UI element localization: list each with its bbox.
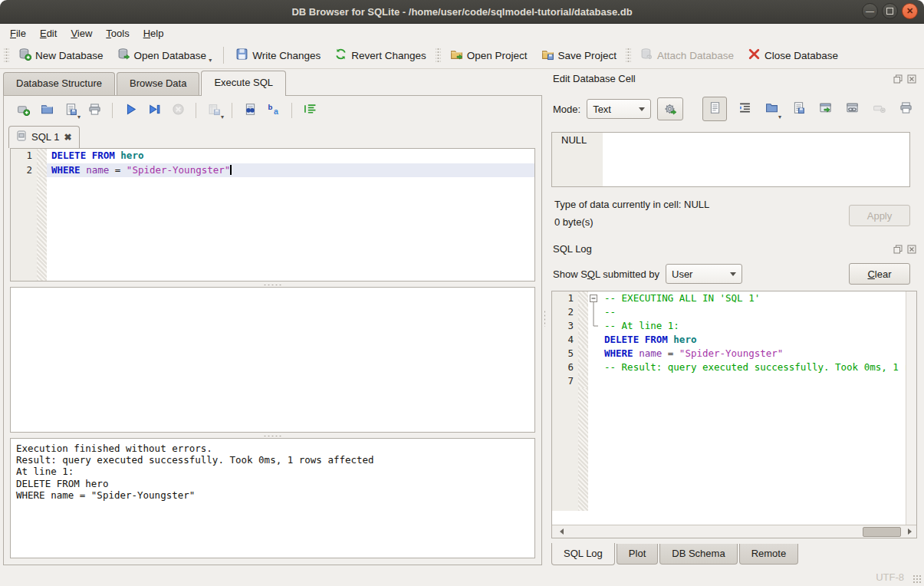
sql-file-tab[interactable]: SQL 1 ✖ — [8, 126, 80, 148]
menu-view[interactable]: View — [64, 25, 99, 41]
line-number: 4 — [552, 333, 578, 347]
scroll-right-icon[interactable] — [904, 525, 916, 537]
new-database-button[interactable]: New Database — [12, 44, 110, 66]
cell-print-icon — [899, 101, 912, 117]
fold-marker[interactable] — [588, 291, 600, 305]
splitter-handle[interactable] — [4, 281, 541, 287]
tab-database-structure[interactable]: Database Structure — [3, 72, 115, 95]
sql-log-dock-header: SQL Log — [553, 243, 916, 255]
tab-sql-log[interactable]: SQL Log — [551, 543, 615, 565]
sql-editor[interactable]: 1DELETE FROM hero2WHERE name = "Spider-Y… — [10, 148, 535, 281]
open-new-sql-tab-button[interactable] — [13, 100, 33, 120]
open-sql-file-button[interactable] — [37, 100, 57, 120]
save-results-icon — [208, 103, 221, 118]
scroll-left-icon[interactable] — [553, 525, 567, 537]
float-dock-icon[interactable] — [893, 74, 903, 84]
chevron-down-icon: ▾ — [77, 114, 81, 120]
execute-all-button[interactable] — [120, 100, 140, 120]
close-dock-icon[interactable] — [906, 244, 916, 254]
tab-browse-data[interactable]: Browse Data — [117, 72, 199, 95]
tab-execute-sql[interactable]: Execute SQL — [201, 71, 286, 96]
code-text: WHERE name = "Spider-Youngster" — [600, 347, 906, 360]
open-database-button[interactable]: Open Database▾ — [110, 44, 219, 66]
stop-execution-button[interactable] — [168, 100, 188, 120]
find-replace-button[interactable]: ba — [264, 100, 284, 120]
write-changes-button[interactable]: Write Changes — [229, 44, 327, 66]
close-button[interactable]: ✕ — [902, 3, 918, 19]
open-external-button[interactable] — [816, 100, 834, 118]
toolbar-drag-handle[interactable] — [626, 47, 631, 64]
attach-database-button[interactable]: Attach Database — [633, 44, 741, 66]
submitted-by-value: User — [672, 268, 692, 280]
execute-current-line-button[interactable] — [144, 100, 164, 120]
cell-doc-icon — [709, 101, 722, 117]
tab-plot[interactable]: Plot — [617, 544, 658, 565]
code-text: -- At line 1: — [600, 319, 906, 333]
tab-remote[interactable]: Remote — [739, 544, 799, 565]
cell-edit-area[interactable] — [603, 133, 909, 186]
save-sql-file-button[interactable]: ▾ — [61, 100, 81, 120]
cell-editor[interactable]: NULL — [551, 132, 910, 187]
clear-button[interactable]: Clear — [849, 263, 910, 285]
find-button[interactable] — [240, 100, 260, 120]
menu-tools[interactable]: Tools — [99, 25, 136, 41]
sql-file-icon — [17, 130, 27, 143]
tab-new-icon — [17, 103, 30, 118]
filter-label: Show SQL submitted by — [553, 268, 659, 280]
toolbar-separator — [112, 103, 113, 118]
import-data-button[interactable]: ▾ — [762, 100, 781, 118]
sql-log-view[interactable]: 1-- EXECUTING ALL IN 'SQL 1'2--3-- At li… — [551, 291, 917, 538]
toolbar-drag-handle[interactable] — [4, 47, 9, 64]
menu-file[interactable]: File — [3, 25, 33, 41]
file-save-icon — [64, 103, 77, 118]
editor-blank-area — [11, 177, 534, 281]
open-project-button[interactable]: Open Project — [443, 44, 534, 66]
set-null-button[interactable] — [870, 100, 888, 118]
chevron-down-icon: ▾ — [221, 114, 224, 120]
text-mode-button[interactable] — [702, 97, 727, 121]
write-changes-button-label: Write Changes — [252, 50, 321, 61]
scrollbar-thumb[interactable] — [863, 527, 901, 537]
apply-button[interactable]: Apply — [849, 205, 910, 226]
horizontal-scrollbar[interactable] — [552, 525, 916, 538]
copy-link-button[interactable] — [843, 100, 861, 118]
save-project-button[interactable]: Save Project — [534, 44, 624, 66]
maximize-button[interactable] — [882, 3, 898, 19]
print-sql-button[interactable] — [84, 100, 104, 120]
line-number: 2 — [552, 305, 578, 319]
code-line: 2WHERE name = "Spider-Youngster" — [11, 163, 534, 178]
toolbar-drag-handle[interactable] — [436, 47, 441, 64]
cell-value-gutter: NULL — [552, 133, 603, 186]
close-dock-icon[interactable] — [906, 74, 916, 84]
cell-null-icon — [873, 101, 886, 117]
mode-select[interactable]: Text — [587, 99, 651, 119]
editor-empty[interactable] — [47, 177, 534, 281]
print-cell-button[interactable] — [896, 100, 915, 118]
edit-cell-dock-header: Edit Database Cell — [553, 73, 916, 84]
minimize-button[interactable]: — — [862, 3, 878, 19]
project-open-icon — [450, 48, 463, 63]
sql-log-text[interactable]: 1-- EXECUTING ALL IN 'SQL 1'2--3-- At li… — [552, 291, 906, 525]
import-settings-button[interactable] — [657, 97, 683, 120]
menu-help[interactable]: Help — [136, 25, 171, 41]
close-tab-icon[interactable]: ✖ — [64, 132, 71, 143]
close-database-button[interactable]: Close Database — [741, 44, 845, 66]
revert-changes-button[interactable]: Revert Changes — [327, 44, 433, 66]
cell-toolbar: ▾ — [702, 97, 915, 121]
tab-db-schema[interactable]: DB Schema — [659, 544, 737, 565]
resize-grip[interactable] — [912, 574, 922, 584]
float-dock-icon[interactable] — [893, 244, 903, 254]
export-data-button[interactable] — [789, 100, 807, 118]
menu-edit[interactable]: Edit — [33, 25, 64, 41]
cell-mode-row: Mode: Text ▾ — [553, 97, 918, 121]
code-line: 7 — [552, 374, 906, 388]
format-sql-button[interactable] — [300, 100, 320, 120]
submitted-by-select[interactable]: User — [666, 264, 742, 284]
title-bar: DB Browser for SQLite - /home/user/code/… — [0, 0, 924, 24]
splitter-handle[interactable] — [4, 433, 541, 438]
vertical-scrollbar[interactable] — [906, 291, 916, 525]
word-wrap-button[interactable] — [735, 100, 754, 118]
dock-tab-bar: SQL LogPlotDB SchemaRemote — [551, 544, 924, 566]
save-results-button[interactable]: ▾ — [204, 100, 224, 120]
results-grid[interactable] — [10, 287, 535, 433]
